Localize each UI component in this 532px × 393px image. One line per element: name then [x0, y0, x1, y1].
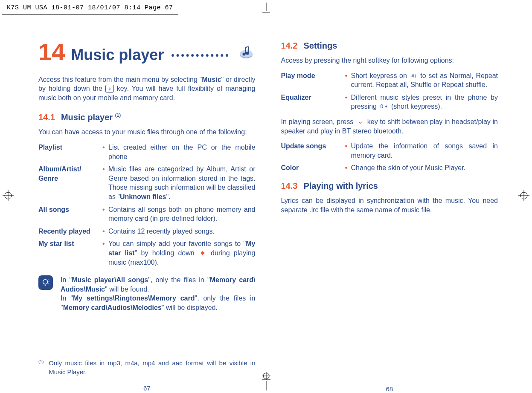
music-options-table: Playlist • List created either on the PC…	[38, 141, 256, 269]
lightbulb-icon	[38, 275, 53, 290]
text-bold: Memory card\Audios\Melodies	[63, 304, 162, 311]
page-right: 14.2Settings Access by pressing the righ…	[281, 40, 498, 393]
svg-line-20	[48, 280, 49, 280]
section-14-1-lead: You can have access to your music files …	[38, 127, 256, 137]
settings-table-1: Play mode • Short keypress on #⁞ to set …	[281, 69, 498, 113]
description: Change the skin of your Music Player.	[351, 162, 498, 174]
term: Recently played	[38, 225, 102, 238]
zero-key-icon: 0 +	[378, 103, 389, 110]
crop-mark-bottom	[261, 372, 271, 390]
bullet: •	[345, 140, 351, 162]
table-row: My star list • You can simply add your f…	[38, 237, 256, 269]
text: You can simply add your favorite songs t…	[108, 240, 246, 247]
section-14-2-heading: 14.2Settings	[281, 40, 498, 52]
footnote-ref: (1)	[115, 113, 121, 118]
table-row: All songs • Contains all songs both on p…	[38, 203, 256, 225]
hash-key-icon: #⁞	[410, 72, 418, 79]
print-header: K7S_UM_USA_18-01-07 18/01/07 8:14 Page 6…	[2, 2, 178, 14]
description: Music files are categorized by Album, Ar…	[108, 163, 256, 203]
text: ", only the files in "	[148, 276, 209, 283]
term: Update songs	[281, 140, 345, 162]
text: In "	[61, 276, 72, 283]
intro-paragraph: Access this feature from the main menu b…	[38, 75, 256, 103]
crop-mark-top	[262, 3, 270, 14]
term: Equalizer	[281, 91, 345, 113]
footnote-mark: (1)	[38, 359, 44, 376]
table-row: Playlist • List created either on the PC…	[38, 141, 256, 163]
text: Short keypress on	[351, 72, 410, 79]
music-key-icon: ♪	[105, 85, 114, 92]
term: Color	[281, 162, 345, 174]
table-row: Update songs • Update the information of…	[281, 140, 498, 162]
registration-mark-right	[518, 190, 529, 203]
registration-mark-left	[3, 190, 14, 203]
table-row: Color • Change the skin of your Music Pl…	[281, 162, 498, 174]
page-number: 68	[281, 385, 498, 393]
bullet: •	[102, 141, 108, 163]
text-bold: Unknown files	[120, 193, 166, 200]
text: " will be displayed.	[162, 304, 218, 311]
text: (short keypress).	[389, 103, 442, 110]
description: Short keypress on #⁞ to set as Normal, R…	[351, 69, 498, 91]
text: In "	[61, 295, 73, 302]
page-number: 67	[38, 384, 256, 393]
page-spread: 14 Music player Access this feature from…	[0, 14, 532, 393]
page-left: 14 Music player Access this feature from…	[38, 40, 256, 393]
section-title: Music player	[61, 113, 115, 122]
svg-point-15	[242, 52, 245, 55]
down-key-icon: ⌄	[355, 118, 365, 124]
text: In playing screen, press	[281, 118, 356, 125]
description: Different music styles preset in the pho…	[351, 91, 498, 113]
description: Contains 12 recently played songs.	[108, 225, 256, 238]
description: You can simply add your favorite songs t…	[108, 237, 256, 269]
term: Play mode	[281, 69, 345, 91]
bullet: •	[102, 203, 108, 225]
section-14-3-heading: 14.3Playing with lyrics	[281, 180, 498, 192]
footnote: (1) Only music files in mp3, m4a, mp4 an…	[38, 359, 256, 376]
section-14-3-body: Lyrics can be displayed in synchronizati…	[281, 196, 498, 214]
term: All songs	[38, 203, 102, 225]
text: " will be found.	[105, 286, 149, 293]
footnote-text: Only music files in mp3, m4a, mp4 and aa…	[49, 359, 255, 376]
section-number: 14.3	[281, 181, 298, 191]
chapter-number: 14	[38, 40, 65, 64]
bullet: •	[102, 237, 108, 269]
section-number: 14.1	[38, 113, 55, 122]
description: Contains all songs both on phone memory …	[108, 203, 256, 225]
term: Album/Artist/ Genre	[38, 163, 102, 203]
tip-text: In "Music player\All songs", only the fi…	[61, 275, 256, 312]
mid-paragraph: In playing screen, press ⌄ key to shift …	[281, 117, 498, 136]
music-player-icon	[237, 44, 256, 61]
svg-line-22	[48, 283, 49, 284]
table-row: Play mode • Short keypress on #⁞ to set …	[281, 69, 498, 91]
text-bold: Music player\All songs	[72, 276, 148, 283]
section-title: Playing with lyrics	[303, 181, 378, 191]
section-14-1-heading: 14.1Music player (1)	[38, 112, 256, 123]
table-row: Recently played • Contains 12 recently p…	[38, 225, 256, 238]
star-key-icon: ✱	[198, 250, 207, 257]
svg-point-17	[43, 280, 48, 284]
text-bold: Music	[202, 76, 221, 83]
term: Playlist	[38, 141, 102, 163]
table-row: Equalizer • Different music styles prese…	[281, 91, 498, 113]
description: Update the information of songs saved in…	[351, 140, 498, 162]
bullet: •	[102, 225, 108, 238]
settings-table-2: Update songs • Update the information of…	[281, 140, 498, 174]
description: List created either on the PC or the mob…	[108, 141, 256, 163]
section-number: 14.2	[281, 41, 298, 50]
tip-callout: In "Music player\All songs", only the fi…	[38, 275, 256, 312]
chapter-title: 14 Music player	[38, 40, 256, 66]
table-row: Album/Artist/ Genre • Music files are ca…	[38, 163, 256, 203]
leader-dots	[172, 54, 228, 57]
text-bold: My settings\Ringtones\Memory card	[73, 295, 195, 302]
section-title: Settings	[303, 41, 337, 50]
text: Access this feature from the main menu b…	[38, 76, 202, 83]
text: " by holding down	[135, 249, 198, 257]
svg-point-16	[246, 52, 249, 55]
bullet: •	[102, 163, 108, 203]
bullet: •	[345, 69, 351, 91]
term: My star list	[38, 237, 102, 269]
bullet: •	[345, 162, 351, 174]
chapter-name: Music player	[71, 45, 164, 66]
section-14-2-lead: Access by pressing the right softkey for…	[281, 56, 498, 65]
